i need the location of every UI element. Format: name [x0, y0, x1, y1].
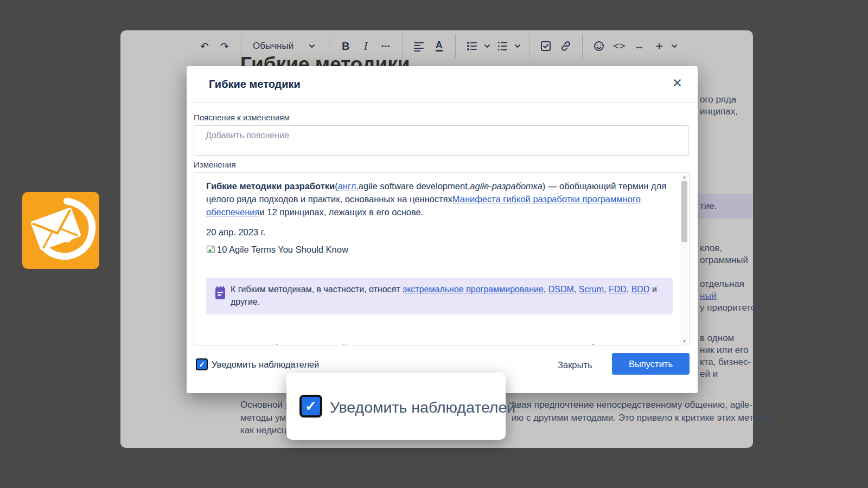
envelope-swirl-icon	[22, 192, 99, 269]
publish-dialog: Гибкие методики ✕ Пояснения к изменениям…	[187, 66, 698, 393]
preview-text: и 12 принципах, лежащих в его основе.	[259, 207, 423, 217]
notify-watchers-checkbox[interactable]: ✓	[196, 358, 208, 370]
undo-button[interactable]: ↶	[196, 36, 213, 56]
preview-link[interactable]: Scrum	[579, 285, 604, 294]
image-alt-text: 10 Agile Terms You Should Know	[217, 243, 348, 256]
bg-text-fragment: ограммный	[700, 255, 748, 266]
toolbar-divider	[529, 34, 529, 58]
preview-link[interactable]: BDD	[631, 285, 650, 294]
preview-paragraph: Гибкие методики разработки(англ.agile so…	[206, 179, 672, 219]
notify-watchers-label: Уведомить наблюдателей	[212, 359, 319, 370]
chevron-down-icon[interactable]	[514, 44, 521, 48]
preview-italic-text: agile-разработка	[470, 181, 542, 191]
layout-width-button[interactable]: ↔	[631, 36, 647, 56]
text-color-label: A	[436, 41, 443, 52]
link-icon	[560, 40, 572, 52]
preview-link[interactable]: экстремальное программирование	[403, 285, 544, 294]
mail-app-logo	[22, 192, 99, 269]
bullet-list-button[interactable]	[464, 36, 480, 56]
bullet-list-icon	[467, 41, 477, 52]
close-button[interactable]: Закрыть	[551, 357, 599, 374]
emoji-button[interactable]	[591, 36, 607, 56]
scrollbar[interactable]: ▲ ▼	[680, 174, 688, 345]
note-icon	[215, 286, 226, 300]
bg-text-fragment: в одном	[700, 333, 734, 344]
publish-button[interactable]: Выпустить	[612, 353, 690, 375]
task-list-button[interactable]	[538, 36, 554, 56]
align-icon	[413, 41, 424, 52]
close-icon[interactable]: ✕	[672, 76, 682, 91]
changes-field-label: Изменения	[194, 160, 236, 169]
bg-text-fragment: методы уме	[240, 413, 291, 423]
bg-text-fragment: у приоритетов	[700, 303, 761, 313]
bg-text-fragment: авая предпочтение непосредственному обще…	[512, 400, 752, 410]
scroll-up-icon[interactable]: ▲	[680, 175, 688, 179]
bg-text-fragment: ник или его	[700, 345, 748, 356]
bg-text-fragment: как недисц	[240, 425, 287, 435]
preview-text: К гибким методикам, в частности, относят	[231, 285, 403, 294]
bg-paragraph-left: Основной м методы уме как недисц	[240, 399, 291, 437]
emoji-icon	[593, 41, 604, 52]
preview-text: agile software development,	[359, 181, 470, 191]
preview-link[interactable]: англ.	[338, 181, 359, 191]
bg-link-fragment: ный	[700, 291, 717, 301]
magnified-checkbox: ✓	[299, 395, 322, 418]
comment-input[interactable]	[194, 125, 689, 156]
toolbar-divider	[582, 34, 583, 58]
numbered-list-button[interactable]	[494, 36, 510, 56]
toolbar-divider	[455, 34, 456, 58]
bg-text-fragment: ого ряда	[700, 94, 736, 105]
broken-image-line: 10 Agile Terms You Should Know	[206, 243, 348, 256]
bg-text-fragment: тие.	[700, 201, 717, 211]
redo-button[interactable]: ↷	[216, 36, 233, 56]
bg-text-fragment: кта, бизнес-	[700, 357, 751, 368]
dialog-title: Гибкие методики	[209, 78, 301, 91]
insert-more-button[interactable]: +	[651, 36, 667, 56]
numbered-list-icon	[497, 41, 508, 52]
paragraph-style-label: Обычный	[253, 41, 293, 52]
bg-text-fragment: инципах,	[700, 106, 738, 117]
bg-text-fragment: отдельная	[700, 279, 744, 290]
preview-text: ,	[604, 285, 609, 294]
preview-bold-text: Гибкие методики разработки	[206, 181, 335, 191]
chevron-down-icon	[309, 44, 315, 48]
bg-text-fragment: Основной	[240, 400, 285, 410]
preview-link[interactable]: DSDM	[548, 285, 574, 294]
preview-text: ,	[574, 285, 579, 294]
scroll-down-icon[interactable]: ▼	[680, 339, 688, 344]
scrollbar-thumb[interactable]	[681, 181, 687, 242]
code-block-button[interactable]: <>	[611, 36, 627, 56]
insert-link-button[interactable]	[558, 36, 574, 56]
bg-paragraph-right: авая предпочтение непосредственному обще…	[512, 399, 774, 424]
preview-text: ,	[627, 285, 631, 294]
magnifier-popup: ✓ Уведомить наблюдателей	[286, 373, 506, 440]
info-panel-text: К гибким методикам, в частности, относят…	[231, 283, 659, 308]
text-color-button[interactable]: A	[431, 36, 447, 56]
changes-preview-panel: Гибкие методики разработки(англ.agile so…	[194, 172, 690, 345]
chevron-down-icon[interactable]	[671, 44, 678, 48]
chevron-down-icon[interactable]	[484, 44, 490, 48]
preview-date: 20 апр. 2023 г.	[206, 226, 265, 239]
task-checkbox-icon	[540, 41, 551, 52]
dialog-header: Гибкие методики ✕	[187, 66, 698, 102]
align-button[interactable]	[411, 36, 427, 56]
clipped-preview-line: Большинство гибких методологий нацелены …	[206, 342, 674, 345]
preview-text: ,	[544, 285, 548, 294]
bg-text-fragment: ей и	[700, 369, 718, 380]
bg-text-fragment: клов,	[700, 243, 722, 254]
bg-text-fragment: ию с другими методами. Это привело к кри…	[512, 413, 774, 423]
changes-preview-content: Гибкие методики разработки(англ.agile so…	[194, 173, 674, 345]
broken-image-icon	[206, 245, 216, 254]
magnified-checkbox-label: Уведомить наблюдателей	[330, 399, 515, 416]
info-panel: К гибким методикам, в частности, относят…	[206, 278, 673, 314]
preview-link[interactable]: FDD	[609, 285, 627, 294]
comment-field-label: Пояснения к изменениям	[194, 113, 290, 122]
